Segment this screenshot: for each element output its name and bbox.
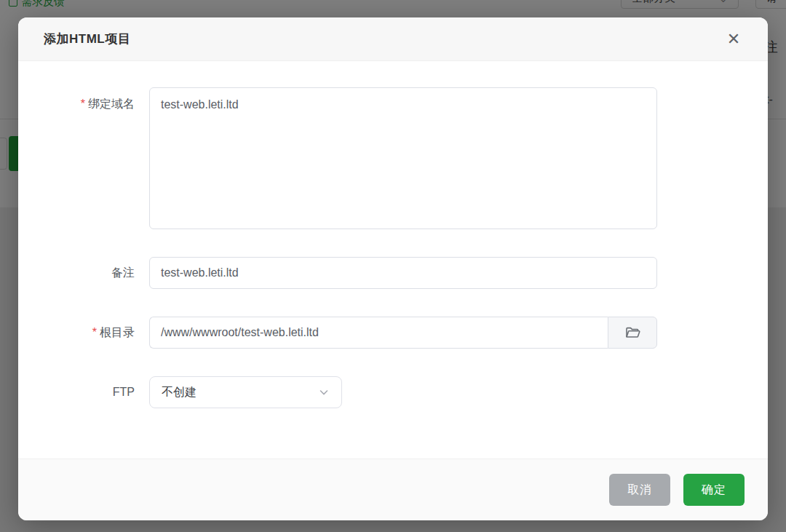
root-dir-input-group bbox=[149, 317, 657, 349]
browse-folder-button[interactable] bbox=[608, 317, 657, 349]
chevron-down-icon bbox=[318, 386, 330, 398]
form-row-root-dir: *根目录 bbox=[44, 317, 768, 349]
dialog-body: *绑定域名 test-web.leti.ltd 备注 *根目录 bbox=[18, 61, 768, 458]
dialog-footer: 取消 确定 bbox=[18, 458, 768, 520]
ftp-select-value: 不创建 bbox=[162, 385, 196, 400]
confirm-button[interactable]: 确定 bbox=[683, 474, 745, 506]
form-row-ftp: FTP 不创建 bbox=[44, 376, 768, 408]
note-label: 备注 bbox=[44, 266, 149, 281]
form-row-domain: *绑定域名 test-web.leti.ltd bbox=[44, 87, 768, 229]
dialog-header: 添加HTML项目 ✕ bbox=[18, 17, 768, 61]
ftp-select[interactable]: 不创建 bbox=[149, 376, 342, 408]
domain-textarea[interactable]: test-web.leti.ltd bbox=[149, 87, 657, 229]
required-mark: * bbox=[92, 326, 97, 338]
folder-icon bbox=[624, 324, 641, 341]
domain-label: *绑定域名 bbox=[44, 87, 149, 112]
form-row-note: 备注 bbox=[44, 257, 768, 289]
note-input[interactable] bbox=[149, 257, 657, 289]
root-dir-input[interactable] bbox=[149, 317, 608, 349]
ftp-label: FTP bbox=[44, 386, 149, 399]
dialog-title: 添加HTML项目 bbox=[44, 31, 130, 47]
root-dir-label: *根目录 bbox=[44, 325, 149, 341]
cancel-button[interactable]: 取消 bbox=[609, 474, 670, 506]
close-icon[interactable]: ✕ bbox=[721, 27, 746, 52]
required-mark: * bbox=[81, 98, 85, 110]
add-html-project-dialog: 添加HTML项目 ✕ *绑定域名 test-web.leti.ltd 备注 *根… bbox=[18, 17, 768, 520]
